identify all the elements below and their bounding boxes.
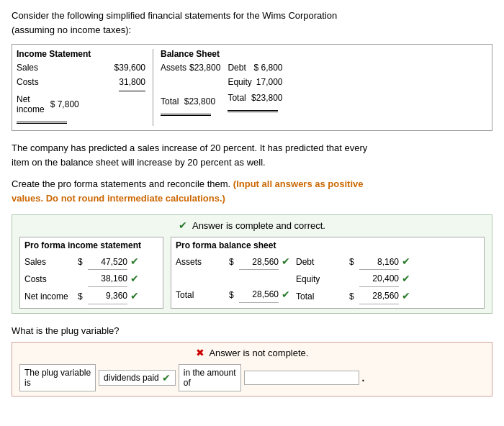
total-value: $23,800: [251, 93, 282, 103]
check-icon: ✔: [179, 219, 187, 231]
pro-net-dollar: $: [78, 289, 85, 304]
pro-income-statement: Pro forma income statement Sales $ 47,52…: [19, 237, 163, 308]
dropdown-check: ✔: [162, 372, 171, 384]
pro-sales-label: Sales: [24, 255, 75, 269]
desc-text1: The company has predicted a sales increa…: [12, 142, 367, 153]
balance-sheet: Balance Sheet Assets $23,800 Total $23,8…: [161, 49, 487, 126]
total2-check: ✔: [402, 288, 410, 305]
pbs-total-value: 28,560: [239, 287, 279, 302]
dropdown-value: dividends paid: [104, 373, 159, 383]
instruction: Create the pro forma statements and reco…: [12, 177, 492, 206]
plug-section: What is the plug variable? ✖ Answer is n…: [12, 325, 492, 396]
pbs-debt-value: 8,160: [359, 255, 399, 270]
total-check: ✔: [282, 286, 290, 304]
costs-value: 31,800: [119, 75, 145, 91]
pro-forma-grid: Pro forma income statement Sales $ 47,52…: [19, 237, 485, 308]
pbs-total-dollar: $: [229, 288, 236, 302]
answer-incomplete-status: ✖ Answer is not complete.: [19, 347, 485, 358]
pbs-liabilities: Debt $ 8,160 ✔ Equity 20,400 ✔ Total: [296, 253, 410, 304]
pbs-debt-dollar: $: [349, 255, 356, 269]
liabilities-section: Debt $ 6,800 Equity 17,000 Total $23,800: [228, 60, 282, 118]
plug-in-amount: in the amount of: [179, 364, 241, 391]
equity-label: Equity: [228, 75, 251, 89]
net-label: Net: [17, 94, 45, 104]
plug-label-cell: The plug variable is: [19, 364, 96, 391]
net-income-section: Net income $ 7,800: [17, 94, 145, 114]
costs-label: Costs: [17, 75, 39, 91]
pbs-assets-label: Assets: [176, 255, 226, 269]
pro-sales-value: 47,520: [88, 255, 127, 270]
income-label: income: [17, 104, 45, 114]
pbs-assets-dollar: $: [229, 255, 236, 269]
pro-costs-label: Costs: [24, 272, 75, 286]
pro-balance-title: Pro forma balance sheet: [176, 240, 480, 250]
pbs-debt-label: Debt: [296, 255, 346, 269]
answer-box-2: ✖ Answer is not complete. The plug varia…: [12, 342, 492, 396]
pbs-equity-label: Equity: [296, 272, 346, 286]
pro-net-value: 9,360: [88, 289, 127, 304]
answer-status: Answer is complete and correct.: [192, 220, 325, 231]
net-check: ✔: [130, 288, 139, 305]
in-amount-text: in the amount: [184, 368, 236, 378]
inst-bold: (Input all answers as positive: [233, 178, 364, 189]
pro-sales-dollar: $: [78, 255, 85, 269]
income-statement-title: Income Statement: [17, 49, 145, 59]
pro-net-row: Net income $ 9,360 ✔: [24, 288, 158, 305]
financial-tables: Income Statement Sales $39,600 Costs 31,…: [12, 44, 492, 131]
sales-row: Sales $39,600: [17, 60, 145, 75]
pro-balance-sheet: Pro forma balance sheet Assets $ 28,560 …: [171, 237, 485, 308]
inst-text3: Create the pro forma statements and reco…: [12, 178, 230, 189]
costs-check: ✔: [130, 271, 139, 288]
total-assets: $23,800: [184, 96, 215, 106]
plug-dropdown[interactable]: dividends paid ✔: [99, 370, 176, 386]
sales-check: ✔: [130, 253, 139, 271]
plug-question: What is the plug variable?: [12, 325, 492, 336]
assets-section: Assets $23,800 Total $23,800: [161, 60, 220, 118]
pro-income-title: Pro forma income statement: [24, 240, 158, 250]
description: The company has predicted a sales increa…: [12, 141, 492, 170]
plug-is-label: is: [24, 378, 91, 388]
inst-bold2: values. Do not round intermediate calcul…: [12, 193, 225, 204]
total-label: Total: [161, 96, 179, 106]
pro-net-label: Net income: [24, 289, 75, 304]
equity-value underline: 17,000: [256, 75, 283, 89]
plug-label: The plug variable: [24, 368, 91, 378]
pbs-total-label2: Total: [296, 289, 346, 304]
assets-value: $23,800: [189, 60, 220, 75]
total-label2: Total: [228, 93, 246, 103]
answer-box-1: ✔ Answer is complete and correct. Pro fo…: [12, 214, 492, 313]
debt-label: Debt: [228, 60, 246, 75]
income-statement: Income Statement Sales $39,600 Costs 31,…: [17, 49, 153, 126]
intro-text: Consider the following simplified financ…: [12, 9, 492, 37]
net-value: $ 7,800: [50, 99, 79, 109]
of-label: of: [184, 378, 236, 388]
pbs-total-dollar2: $: [349, 289, 356, 304]
desc-text2: item on the balance sheet will increase …: [12, 157, 266, 168]
costs-row: Costs 31,800: [17, 75, 145, 91]
assets-label: Assets: [161, 60, 186, 75]
pro-sales-row: Sales $ 47,520 ✔: [24, 253, 158, 271]
pbs-total-value2: 28,560: [359, 289, 399, 304]
plug-row: The plug variable is dividends paid ✔ in…: [19, 364, 485, 391]
plug-status: Answer is not complete.: [209, 348, 308, 358]
pbs-equity-value: 20,400: [359, 271, 399, 286]
equity-check: ✔: [402, 271, 410, 288]
assets-check: ✔: [282, 253, 290, 271]
x-icon: ✖: [196, 347, 204, 358]
pbs-total-label: Total: [176, 288, 226, 302]
balance-sheet-title: Balance Sheet: [161, 49, 487, 59]
pro-costs-value: 38,160: [88, 271, 127, 286]
sales-value: $39,600: [114, 60, 145, 75]
pbs-assets: Assets $ 28,560 ✔ Total $ 28,560 ✔: [176, 253, 290, 304]
debt-check: ✔: [402, 253, 410, 271]
pro-costs-row: Costs 38,160 ✔: [24, 271, 158, 288]
period: .: [362, 372, 365, 384]
plug-amount-input[interactable]: [244, 371, 359, 385]
pbs-assets-value: 28,560: [239, 255, 279, 270]
debt-value: $ 6,800: [253, 60, 282, 75]
sales-label: Sales: [17, 60, 38, 75]
answer-complete-status: ✔ Answer is complete and correct.: [19, 219, 485, 231]
